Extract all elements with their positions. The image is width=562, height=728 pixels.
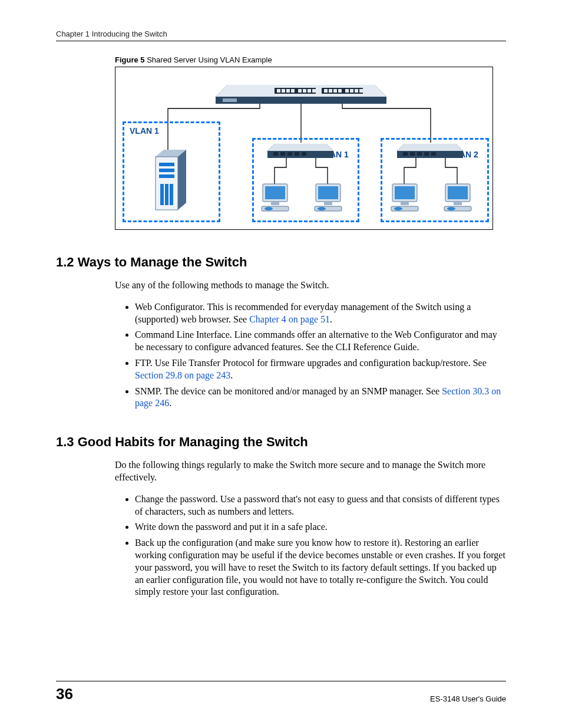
list-item: Change the password. Use a password that…: [135, 493, 506, 518]
page-footer: 36 ES-3148 User's Guide: [56, 681, 506, 703]
svg-rect-9: [291, 89, 295, 93]
svg-rect-44: [424, 152, 429, 156]
svg-rect-43: [417, 152, 422, 156]
list-item: Back up the configuration (and make sure…: [135, 537, 506, 598]
svg-marker-24: [178, 150, 186, 210]
svg-rect-47: [265, 186, 285, 199]
svg-rect-7: [282, 89, 285, 93]
list-item: Command Line Interface. Line commands of…: [135, 329, 506, 354]
svg-rect-3: [223, 98, 237, 102]
svg-rect-27: [159, 169, 174, 172]
list-item: Web Configurator. This is recommended fo…: [135, 301, 506, 326]
svg-rect-37: [295, 152, 299, 156]
svg-rect-12: [308, 89, 311, 93]
bullet-text: .: [169, 398, 171, 408]
svg-rect-15: [329, 89, 332, 93]
svg-rect-42: [410, 152, 415, 156]
svg-point-60: [394, 207, 402, 210]
svg-rect-48: [271, 202, 279, 205]
svg-marker-40: [397, 144, 463, 151]
section-1-2-list: Web Configurator. This is recommended fo…: [115, 301, 506, 410]
svg-rect-28: [159, 174, 174, 178]
bullet-text: .: [230, 370, 233, 380]
main-switch-icon: [216, 79, 386, 106]
vlan1-label: VLAN 1: [130, 126, 159, 136]
list-item: Write down the password and put it in a …: [135, 521, 506, 533]
guide-name: ES-3148 User's Guide: [430, 694, 506, 703]
svg-rect-21: [359, 89, 363, 93]
svg-rect-17: [338, 89, 342, 93]
svg-rect-34: [273, 152, 278, 156]
figure-diagram: VLAN 1 VLAN 1 VLAN 2: [115, 67, 493, 230]
page-container: Chapter 1 Introducing the Switch Figure …: [0, 0, 562, 728]
monitor-icon: [443, 183, 472, 216]
svg-rect-52: [318, 186, 338, 199]
section-1-3-intro: Do the following things regularly to mak…: [115, 459, 506, 484]
figure-number: Figure 5: [115, 55, 145, 64]
svg-rect-8: [286, 89, 290, 93]
svg-rect-10: [298, 89, 302, 93]
svg-rect-6: [277, 89, 280, 93]
bullet-text: SNMP. The device can be monitored and/or…: [135, 386, 442, 396]
svg-point-55: [318, 207, 326, 210]
svg-rect-11: [303, 89, 306, 93]
svg-rect-38: [302, 152, 306, 156]
svg-marker-33: [267, 144, 333, 151]
svg-rect-14: [324, 89, 328, 93]
svg-rect-19: [350, 89, 353, 93]
bullet-text: .: [330, 314, 332, 324]
svg-rect-26: [159, 163, 174, 166]
svg-rect-41: [403, 152, 408, 156]
section-1-3-title: 1.3 Good Habits for Managing the Switch: [56, 434, 506, 450]
svg-rect-62: [448, 186, 468, 199]
page-number: 36: [56, 685, 73, 703]
server-icon: [152, 150, 190, 218]
section-1-2-title: 1.2 Ways to Manage the Switch: [56, 255, 506, 270]
monitor-icon: [260, 183, 290, 216]
svg-rect-31: [170, 184, 173, 205]
small-switch-1-icon: [267, 140, 333, 160]
monitor-icon: [390, 183, 419, 216]
svg-rect-16: [333, 89, 337, 93]
section-1-3-list: Change the password. Use a password that…: [115, 493, 506, 598]
svg-point-65: [447, 207, 455, 210]
svg-rect-36: [287, 152, 292, 156]
svg-rect-57: [395, 186, 415, 199]
cross-ref-link[interactable]: Section 29.8 on page 243: [135, 370, 230, 380]
list-item: SNMP. The device can be monitored and/or…: [135, 386, 506, 410]
svg-point-50: [265, 207, 273, 210]
svg-rect-29: [160, 184, 164, 205]
svg-rect-30: [165, 184, 168, 205]
monitor-icon: [313, 183, 343, 216]
running-header: Chapter 1 Introducing the Switch: [56, 29, 506, 41]
svg-rect-63: [454, 202, 462, 205]
svg-rect-53: [324, 202, 332, 205]
svg-rect-35: [280, 152, 285, 156]
section-1-2-intro: Use any of the following methods to mana…: [115, 279, 506, 292]
svg-rect-20: [355, 89, 358, 93]
svg-rect-2: [216, 97, 386, 104]
cross-ref-link[interactable]: Chapter 4 on page 51: [249, 314, 330, 324]
svg-rect-58: [401, 202, 409, 205]
svg-rect-13: [312, 89, 316, 93]
figure-title: Shared Server Using VLAN Example: [145, 55, 272, 64]
figure-caption: Figure 5 Shared Server Using VLAN Exampl…: [115, 55, 506, 64]
list-item: FTP. Use File Transfer Protocol for firm…: [135, 357, 506, 382]
svg-rect-18: [345, 89, 349, 93]
bullet-text: FTP. Use File Transfer Protocol for firm…: [135, 358, 487, 368]
small-switch-2-icon: [397, 140, 463, 160]
svg-rect-45: [431, 152, 436, 156]
